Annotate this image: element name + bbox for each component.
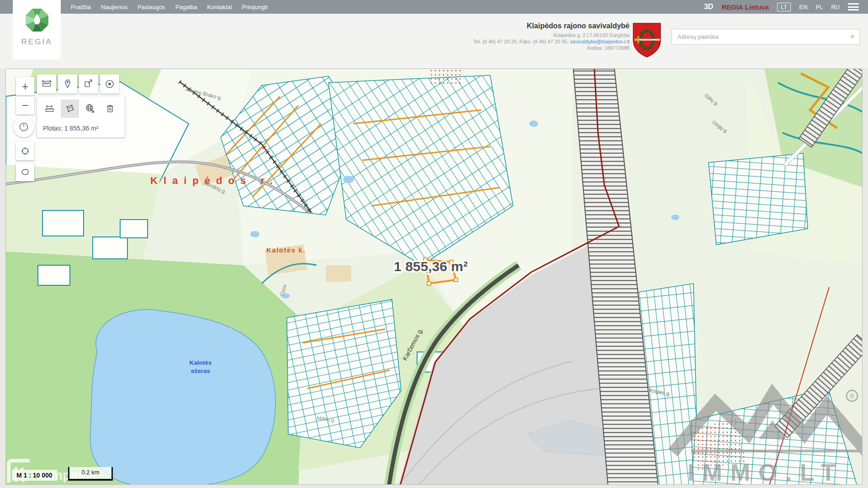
immo-registered-mark: ®: [850, 393, 855, 400]
top-nav-bar: Pradžia Naujienos Paslaugos Pagalba Kont…: [0, 0, 868, 14]
lang-pl[interactable]: PL: [815, 4, 823, 10]
address-search: ×: [672, 29, 860, 45]
share-tool-button[interactable]: [79, 74, 98, 94]
clock-icon: [18, 121, 29, 132]
regia-gem-icon: [22, 5, 52, 34]
lang-ru[interactable]: RU: [831, 4, 840, 10]
village-label: Kalotės k.: [266, 246, 306, 254]
topbar-right: 3D REGIA Lietuva LT EN PL RU: [704, 0, 859, 14]
map-scale-bar: 0.2 km: [68, 467, 113, 481]
marker-tool-button[interactable]: [58, 74, 77, 94]
hamburger-menu-icon[interactable]: [848, 3, 859, 10]
menu-item-kontaktai[interactable]: Kontaktai: [207, 4, 232, 10]
regia-logo-text: REGIA: [13, 37, 61, 47]
municipality-header: Klaipėdos rajono savivaldybė Klaipėdos g…: [0, 14, 868, 68]
main-menu: Pradžia Naujienos Paslaugos Pagalba Kont…: [71, 0, 268, 14]
lang-en[interactable]: EN: [799, 4, 807, 10]
map-viewport: Adomo Brako g. Nendrių g. Karčemos g. Gi…: [5, 68, 863, 485]
measure-area-button[interactable]: [61, 100, 79, 118]
map-pin-icon: [62, 79, 73, 89]
record-tool-button[interactable]: [100, 74, 119, 94]
menu-item-pagalba[interactable]: Pagalba: [175, 4, 197, 10]
area-icon: [64, 103, 75, 114]
municipality-email-link[interactable]: savivaldybe@klaipedos-r.lt: [570, 39, 630, 44]
locate-button[interactable]: [16, 142, 34, 160]
regia-logo[interactable]: REGIA: [13, 0, 61, 59]
search-input[interactable]: [672, 29, 859, 44]
region-label: Klaipėdos r.: [150, 175, 279, 186]
history-button[interactable]: [13, 116, 34, 137]
municipality-info: Klaipėdos rajono savivaldybė Klaipėdos g…: [392, 22, 630, 51]
globe-cursor-icon: [85, 103, 95, 114]
coat-of-arms: [633, 23, 661, 59]
full-extent-button[interactable]: [16, 163, 34, 181]
immo-watermark-text: IMMO.LT: [688, 459, 844, 485]
lake-label-line2: ežeras: [191, 367, 210, 374]
menu-item-paslaugos[interactable]: Paslaugos: [138, 4, 165, 10]
area-result-text: Plotas: 1 855,36 m²: [43, 125, 98, 132]
view-3d-link[interactable]: 3D: [704, 3, 713, 11]
ruler-icon: [41, 79, 52, 89]
map-scale-ratio: M 1 : 10 000: [12, 470, 57, 481]
measure-map-button[interactable]: [81, 100, 99, 118]
measure-panel: Plotas: 1 855,36 m²: [37, 96, 125, 137]
menu-item-naujienos[interactable]: Naujienos: [101, 4, 127, 10]
lake-label-line1: Kalotės: [190, 359, 212, 366]
area-measurement-label: 1 855,36 m²: [394, 259, 468, 274]
share-icon: [83, 79, 94, 89]
distance-icon: [44, 103, 55, 114]
municipality-contacts: Tel. (8 46) 47 20 25; Faks. (8 46) 47 20…: [392, 38, 630, 45]
regia-lietuva-link[interactable]: REGIA Lietuva: [721, 3, 769, 11]
lang-lt[interactable]: LT: [777, 3, 791, 11]
zoom-in-button[interactable]: +: [16, 77, 34, 95]
regia-app: Pradžia Naujienos Paslaugos Pagalba Kont…: [0, 0, 868, 488]
search-clear-icon[interactable]: ×: [850, 32, 855, 42]
menu-item-prisijungti[interactable]: Prisijungti: [242, 4, 268, 10]
contact-prefix: Tel. (8 46) 47 20 25; Faks. (8 46) 47 20…: [473, 39, 570, 44]
circle-dot-icon: [104, 79, 115, 89]
lithuania-outline-icon: [20, 167, 31, 178]
map-canvas[interactable]: Adomo Brako g. Nendrių g. Karčemos g. Gi…: [6, 69, 863, 485]
zoom-out-button[interactable]: −: [16, 96, 34, 115]
trash-icon: [105, 103, 116, 114]
municipality-code: Kodas: 188773688: [392, 45, 630, 51]
crosshair-icon: [20, 146, 31, 157]
municipality-address: Klaipėdos g. 2 LT-96130 Gargždai: [392, 32, 630, 38]
menu-item-pradzia[interactable]: Pradžia: [71, 4, 91, 10]
delete-measurement-button[interactable]: [101, 100, 119, 118]
measure-tool-button[interactable]: [37, 74, 56, 94]
measure-distance-button[interactable]: [41, 100, 59, 118]
municipality-title: Klaipėdos rajono savivaldybė: [392, 22, 630, 30]
